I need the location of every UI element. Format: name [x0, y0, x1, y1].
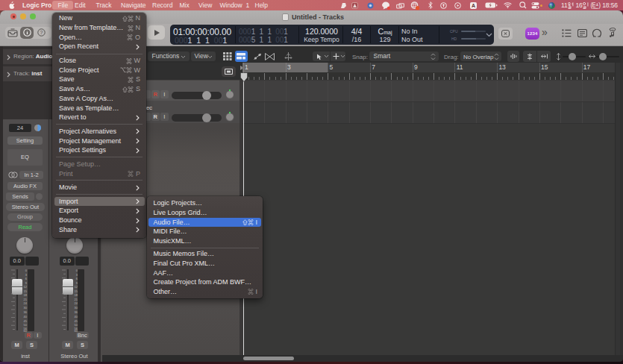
svg-text:15: 15 — [24, 289, 28, 293]
svg-text:36: 36 — [75, 310, 78, 314]
svg-text:3: 3 — [25, 273, 28, 277]
svg-text:A: A — [471, 3, 475, 8]
svg-text:18: 18 — [75, 293, 78, 297]
svg-text:15: 15 — [75, 289, 78, 293]
svg-text:36: 36 — [24, 310, 28, 314]
svg-text:24: 24 — [24, 301, 28, 305]
svg-text:30: 30 — [75, 306, 78, 310]
svg-text:21: 21 — [24, 298, 28, 301]
svg-text:40: 40 — [24, 315, 28, 318]
svg-text:12: 12 — [24, 285, 28, 289]
svg-text:40: 40 — [75, 315, 78, 318]
svg-text:12: 12 — [75, 285, 78, 289]
svg-text:18: 18 — [24, 293, 28, 297]
svg-text:3: 3 — [76, 273, 78, 277]
svg-text:0: 0 — [76, 269, 78, 272]
svg-text:30: 30 — [24, 306, 28, 310]
svg-text:9: 9 — [25, 281, 28, 285]
svg-text:0: 0 — [25, 269, 28, 272]
svg-text:24: 24 — [75, 301, 78, 305]
svg-text:9: 9 — [76, 281, 78, 285]
svg-text:6: 6 — [76, 277, 78, 280]
svg-text:6: 6 — [25, 277, 28, 280]
svg-text:21: 21 — [75, 298, 78, 301]
svg-text:?: ? — [40, 30, 43, 35]
